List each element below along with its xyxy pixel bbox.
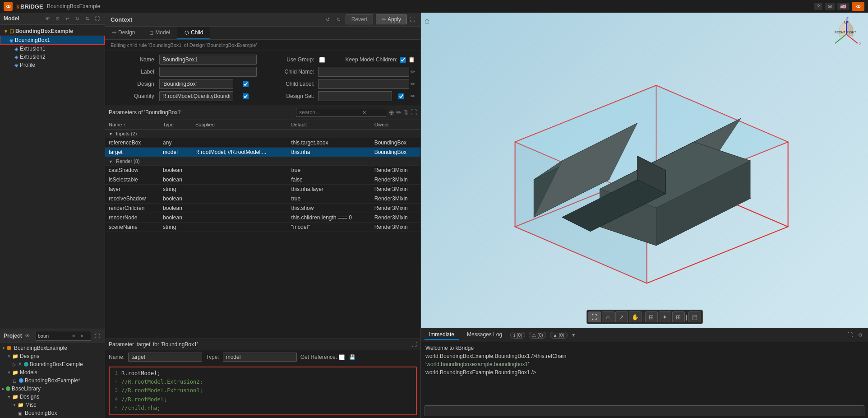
viewport-tool-select[interactable]: ↗ (615, 311, 628, 322)
design-set-edit-icon[interactable]: ✏ (411, 93, 415, 99)
params-add-btn[interactable]: ⊕ (389, 109, 394, 116)
group-inputs[interactable]: ▼ Inputs (2) (105, 130, 420, 138)
col-owner[interactable]: Owner (371, 120, 420, 130)
model-tool-expand[interactable]: ⛶ (93, 14, 101, 23)
params-search-box[interactable]: ✕ (296, 108, 386, 117)
bottom-input[interactable] (429, 408, 860, 414)
tab-messages-log[interactable]: Messages Log (462, 330, 507, 340)
param-row-rendernode[interactable]: renderNode boolean this.children.length … (105, 213, 420, 223)
apply-button[interactable]: ✏ Apply (376, 14, 407, 24)
project-search-close[interactable]: ✕ (78, 332, 86, 340)
model-tool-eye[interactable]: 👁 (43, 14, 51, 23)
child-name-edit-icon[interactable]: ✏ (411, 69, 415, 75)
params-search-clear[interactable]: ✕ (362, 110, 366, 116)
project-search-clear[interactable]: ✕ (69, 332, 78, 340)
get-ref-checkbox[interactable] (339, 354, 345, 360)
col-name[interactable]: Name ↑ (105, 120, 159, 130)
child-name-input[interactable] (318, 67, 410, 77)
tree-item-profile[interactable]: ◉ Profile (0, 61, 105, 69)
bottom-line-3: world.BoundingBoxExample.BoundingBox1 /> (425, 369, 863, 376)
project-search-box[interactable]: ✕ ✕ (36, 331, 91, 341)
proj-item-baselib-designs[interactable]: ▼ 📁 Designs (0, 393, 105, 401)
mail-btn[interactable]: ✉ (825, 3, 835, 10)
model-tool-home[interactable]: ⊙ (53, 14, 61, 23)
params-search-input[interactable] (299, 109, 362, 116)
viewport-tool-expand[interactable]: ⛶ (588, 311, 601, 322)
param-row-scenename[interactable]: sceneName string "model" Render3Mixin (105, 223, 420, 232)
help-btn[interactable]: ? (814, 3, 822, 10)
viewport-tool-star[interactable]: ✦ (659, 311, 671, 322)
flag-btn[interactable]: 🇺🇸 (837, 3, 849, 10)
context-forward-btn[interactable]: ↻ (335, 15, 343, 23)
tab-design[interactable]: ✏ Design (105, 27, 142, 39)
design-set-checkbox[interactable] (393, 93, 410, 99)
proj-item-models[interactable]: ▼ 📁 Models (0, 368, 105, 376)
param-row-receiveshadow[interactable]: receiveShadow boolean true Render3Mixin (105, 194, 420, 204)
project-eye-btn[interactable]: 👁 (24, 332, 32, 340)
proj-item-designs[interactable]: ▼ 📁 Designs (0, 352, 105, 360)
viewport-tool-wireframe[interactable]: ⊞ (645, 311, 658, 322)
tree-item-boundingbox1[interactable]: ◉ BoundingBox1 (0, 36, 105, 45)
param-row-renderchildren[interactable]: renderChildren boolean this.show Render3… (105, 204, 420, 213)
design-checkbox[interactable] (235, 81, 257, 87)
col-supplied[interactable]: Supplied (192, 120, 287, 130)
project-expand-btn[interactable]: ⛶ (93, 332, 101, 340)
param-row-referencebox[interactable]: referenceBox any this.target.bbox Boundi… (105, 138, 420, 148)
bottom-input-area[interactable] (425, 405, 864, 416)
quantity-checkbox[interactable] (235, 93, 257, 99)
tree-item-extrusion1[interactable]: ◉ Extrusion1 (0, 45, 105, 53)
params-expand-btn[interactable]: ⛶ (411, 109, 417, 116)
bottom-expand[interactable]: ⛶ (847, 332, 853, 338)
context-refresh-btn[interactable]: ↺ (324, 15, 332, 23)
param-name-input[interactable] (128, 353, 202, 362)
context-expand-icon[interactable]: ⛶ (410, 16, 415, 23)
viewport-tool-pan[interactable]: ✋ (629, 311, 642, 322)
param-row-isselectable[interactable]: isSelectable boolean false Render3Mixin (105, 175, 420, 185)
param-row-castshadow[interactable]: castShadow boolean true Render3Mixin (105, 166, 420, 175)
viewport-3d[interactable]: UP RIGHT FRONT X Z ⌂ (421, 13, 868, 328)
child-label-edit-icon[interactable]: ✏ (411, 81, 415, 87)
model-tool-refresh[interactable]: ↻ (73, 14, 81, 23)
bottom-settings-icon[interactable]: ⚙ (856, 331, 864, 339)
param-detail-expand[interactable]: ⛶ (411, 341, 417, 348)
use-group-checkbox[interactable] (318, 57, 326, 63)
model-tool-undo[interactable]: ↩ (63, 14, 71, 23)
keep-model-children-checkbox[interactable] (399, 57, 407, 63)
code-editor[interactable]: 1 R.rootModel; 2 //R.rootModel.Extrusion… (109, 367, 417, 415)
tab-model[interactable]: ◻ Model (142, 27, 177, 39)
param-row-target[interactable]: target model R.rootModel; //R.rootModel.… (105, 148, 420, 157)
param-type-input[interactable] (223, 353, 297, 362)
proj-item-misc[interactable]: ▼ 📁 Misc (0, 401, 105, 409)
group-render[interactable]: ▼ Render (8) (105, 157, 420, 166)
settings-btn[interactable]: kB (852, 2, 864, 11)
name-input[interactable] (159, 55, 257, 65)
param-detail-save-icon[interactable]: 💾 (348, 353, 356, 361)
col-default[interactable]: Default (287, 120, 370, 130)
tree-item-extrusion2[interactable]: ◉ Extrusion2 (0, 53, 105, 61)
model-tool-more[interactable]: ⇅ (83, 14, 91, 23)
viewport-tool-home[interactable]: ⌂ (602, 311, 614, 322)
viewport-tool-render[interactable]: ▤ (688, 311, 701, 322)
label-input[interactable] (159, 67, 257, 77)
proj-item-model-bbe[interactable]: ◻ BoundingBoxExample* (0, 376, 105, 385)
proj-item-boundingbox[interactable]: ▣ BoundingBox (0, 409, 105, 417)
revert-button[interactable]: Revert (346, 14, 373, 24)
param-row-layer[interactable]: layer string this.nha.layer Render3Mixin (105, 185, 420, 194)
badge-dropdown[interactable]: ▼ (571, 332, 576, 338)
proj-item-baselib[interactable]: ▶ BaseLibrary (0, 385, 105, 393)
proj-item-design-bbe[interactable]: ▷ A BoundingBoxExample (0, 360, 105, 368)
viewport-tool-grid[interactable]: ⊞ (672, 311, 685, 322)
child-label-input[interactable] (318, 79, 410, 89)
proj-item-root[interactable]: ▼ BoundingBoxExample (0, 344, 105, 352)
params-sort-btn[interactable]: ⇅ (403, 109, 409, 116)
copy-icon[interactable]: 📋 (408, 56, 415, 63)
col-type[interactable]: Type (159, 120, 192, 130)
quantity-input[interactable] (159, 91, 233, 101)
model-root-item[interactable]: ▼ ◻ BoundingBoxExample (0, 27, 105, 36)
params-edit-btn[interactable]: ✏ (396, 109, 402, 116)
tab-immediate[interactable]: Immediate (425, 330, 459, 340)
tab-child[interactable]: ⬡ Child (177, 27, 210, 39)
project-search-input[interactable] (38, 333, 69, 339)
design-input[interactable] (159, 79, 233, 89)
design-set-input[interactable] (318, 91, 392, 101)
